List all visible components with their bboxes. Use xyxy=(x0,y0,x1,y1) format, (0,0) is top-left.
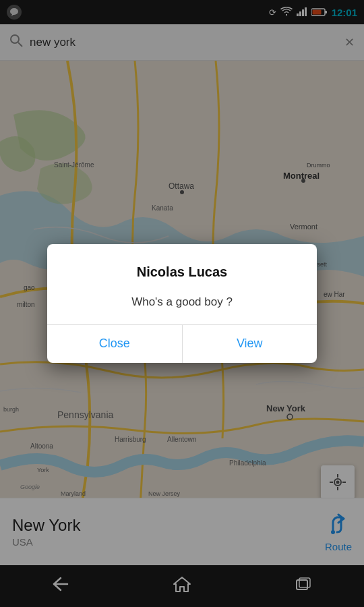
dialog-view-button[interactable]: View xyxy=(183,325,317,363)
dialog: Nicolas Lucas Who's a good boy ? Close V… xyxy=(47,244,317,363)
dialog-overlay: Nicolas Lucas Who's a good boy ? Close V… xyxy=(0,0,364,607)
dialog-body: Nicolas Lucas Who's a good boy ? xyxy=(47,244,317,324)
dialog-close-button[interactable]: Close xyxy=(47,325,183,363)
dialog-actions: Close View xyxy=(47,325,317,363)
dialog-title: Nicolas Lucas xyxy=(63,264,301,280)
dialog-message: Who's a good boy ? xyxy=(63,293,301,311)
